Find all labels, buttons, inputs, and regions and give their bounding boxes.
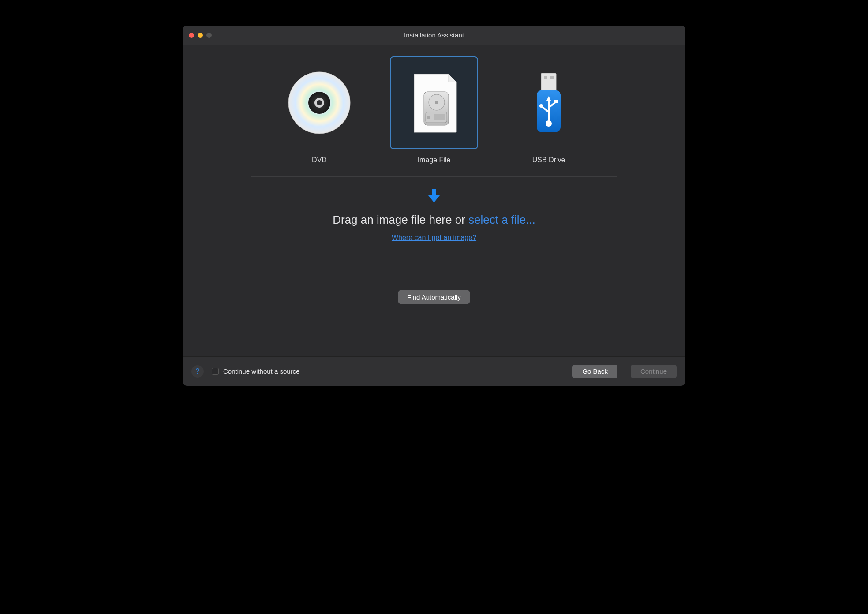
source-option-image-file[interactable]: Image File bbox=[390, 56, 478, 164]
find-automatically-button[interactable]: Find Automatically bbox=[398, 290, 470, 304]
drag-prompt: Drag an image file here or select a file… bbox=[333, 213, 535, 227]
divider bbox=[251, 176, 617, 177]
source-option-usb-drive[interactable]: USB Drive bbox=[505, 56, 593, 164]
minimize-window-button[interactable] bbox=[198, 33, 203, 38]
svg-point-3 bbox=[317, 100, 322, 105]
question-mark-icon: ? bbox=[196, 367, 200, 375]
svg-point-9 bbox=[427, 116, 430, 119]
continue-without-source-checkbox[interactable]: Continue without a source bbox=[212, 367, 299, 375]
checkbox-box bbox=[212, 368, 219, 375]
source-options: DVD bbox=[200, 56, 668, 164]
go-back-button[interactable]: Go Back bbox=[572, 365, 617, 378]
svg-rect-11 bbox=[544, 76, 547, 79]
traffic-lights bbox=[189, 33, 212, 38]
select-file-link[interactable]: select a file... bbox=[468, 213, 535, 226]
content-area: DVD bbox=[183, 45, 685, 345]
continue-button: Continue bbox=[631, 365, 677, 378]
image-file-icon bbox=[390, 56, 478, 149]
svg-rect-8 bbox=[434, 114, 445, 120]
maximize-window-button bbox=[206, 33, 212, 38]
svg-rect-10 bbox=[541, 73, 556, 91]
drag-prompt-text: Drag an image file here or bbox=[333, 213, 468, 226]
image-file-label: Image File bbox=[418, 156, 451, 164]
usb-drive-icon bbox=[505, 56, 593, 149]
continue-without-source-label: Continue without a source bbox=[223, 367, 299, 375]
svg-rect-17 bbox=[554, 100, 558, 103]
svg-rect-12 bbox=[550, 76, 554, 79]
source-option-dvd[interactable]: DVD bbox=[275, 56, 363, 164]
svg-point-7 bbox=[435, 101, 438, 104]
svg-point-16 bbox=[539, 104, 543, 108]
close-window-button[interactable] bbox=[189, 33, 194, 38]
usb-drive-label: USB Drive bbox=[532, 156, 565, 164]
footer: ? Continue without a source Go Back Cont… bbox=[183, 356, 685, 386]
dvd-icon bbox=[275, 56, 363, 149]
installation-assistant-window: Installation Assistant bbox=[183, 26, 685, 386]
window-title: Installation Assistant bbox=[183, 31, 685, 39]
help-button[interactable]: ? bbox=[191, 365, 204, 378]
where-get-image-link[interactable]: Where can I get an image? bbox=[392, 234, 476, 242]
dvd-label: DVD bbox=[312, 156, 327, 164]
down-arrow-icon bbox=[427, 188, 441, 205]
dropzone[interactable]: Drag an image file here or select a file… bbox=[200, 188, 668, 304]
svg-point-15 bbox=[546, 121, 551, 126]
titlebar: Installation Assistant bbox=[183, 26, 685, 45]
